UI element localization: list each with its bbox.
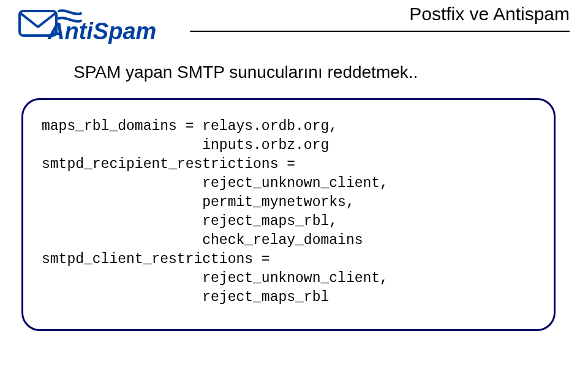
code-line: reject_maps_rbl, bbox=[42, 213, 337, 229]
code-line: smtpd_recipient_restrictions = bbox=[42, 156, 295, 172]
code-line: reject_unknown_client, bbox=[42, 270, 388, 286]
code-line: permit_mynetworks, bbox=[42, 194, 355, 210]
code-line: maps_rbl_domains = relays.ordb.org, bbox=[42, 118, 337, 134]
antispam-logo: AntiSpam bbox=[18, 2, 190, 45]
code-line: inputs.orbz.org bbox=[42, 137, 329, 153]
code-line: smtpd_client_restrictions = bbox=[42, 251, 270, 267]
section-subtitle: SPAM yapan SMTP sunucularını reddetmek.. bbox=[74, 63, 418, 82]
logo-text: AntiSpam bbox=[47, 18, 156, 44]
header-rule bbox=[190, 31, 570, 32]
code-line: reject_unknown_client, bbox=[42, 175, 388, 191]
code-block: maps_rbl_domains = relays.ordb.org, inpu… bbox=[21, 98, 556, 331]
slide: AntiSpam Postfix ve Antispam SPAM yapan … bbox=[0, 0, 588, 385]
page-title: Postfix ve Antispam bbox=[409, 4, 570, 25]
code-line: check_relay_domains bbox=[42, 232, 363, 248]
code-line: reject_maps_rbl bbox=[42, 289, 329, 305]
